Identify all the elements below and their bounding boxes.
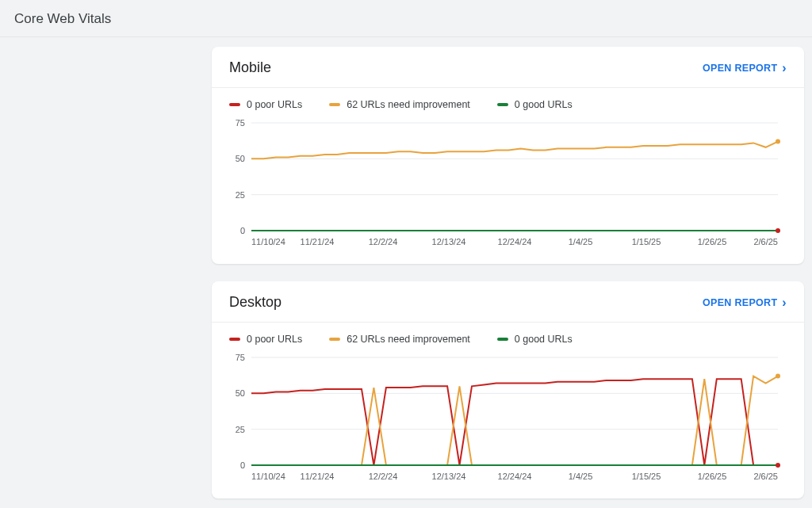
desktop-chart: 025507511/10/2411/21/2412/2/2412/13/2412… [212, 348, 804, 498]
legend-item-poor: 0 poor URLs [229, 334, 302, 345]
svg-text:12/24/24: 12/24/24 [498, 472, 532, 481]
mobile-legend: 0 poor URLs 62 URLs need improvement 0 g… [212, 88, 804, 113]
chevron-right-icon: › [782, 62, 787, 74]
svg-text:12/2/24: 12/2/24 [369, 237, 398, 246]
legend-swatch-poor [229, 338, 240, 341]
svg-point-8 [776, 228, 780, 233]
legend-label-good: 0 good URLs [515, 99, 573, 110]
legend-item-needs: 62 URLs need improvement [329, 334, 470, 345]
svg-text:12/13/24: 12/13/24 [432, 237, 466, 246]
legend-label-poor: 0 poor URLs [247, 99, 302, 110]
chevron-right-icon: › [782, 296, 787, 309]
svg-text:11/10/24: 11/10/24 [251, 237, 285, 246]
svg-text:12/2/24: 12/2/24 [369, 472, 398, 481]
svg-text:12/24/24: 12/24/24 [498, 237, 532, 246]
legend-item-needs: 62 URLs need improvement [329, 99, 470, 110]
legend-swatch-poor [229, 103, 240, 106]
legend-swatch-needs [329, 103, 340, 106]
legend-swatch-needs [329, 338, 340, 341]
legend-label-poor: 0 poor URLs [247, 334, 302, 345]
svg-text:1/4/25: 1/4/25 [569, 472, 593, 481]
legend-swatch-good [497, 103, 508, 106]
svg-text:11/21/24: 11/21/24 [301, 472, 335, 481]
svg-text:1/15/25: 1/15/25 [632, 472, 661, 481]
page-title: Core Web Vitals [0, 0, 812, 37]
svg-text:25: 25 [236, 190, 245, 200]
legend-label-good: 0 good URLs [515, 334, 573, 345]
svg-text:0: 0 [240, 226, 245, 235]
svg-text:75: 75 [236, 118, 245, 128]
svg-point-9 [776, 139, 780, 144]
svg-text:25: 25 [236, 425, 245, 434]
svg-text:12/13/24: 12/13/24 [432, 472, 466, 481]
desktop-card: Desktop OPEN REPORT › 0 poor URLs 62 URL… [212, 281, 804, 498]
legend-swatch-good [497, 338, 508, 341]
svg-text:11/10/24: 11/10/24 [251, 472, 285, 481]
svg-text:0: 0 [240, 460, 245, 470]
svg-text:2/6/25: 2/6/25 [753, 472, 778, 481]
desktop-card-title: Desktop [229, 294, 282, 311]
content-area: Mobile OPEN REPORT › 0 poor URLs 62 URLs… [0, 37, 812, 498]
svg-point-28 [776, 374, 780, 379]
open-report-label: OPEN REPORT [703, 63, 777, 74]
mobile-card: Mobile OPEN REPORT › 0 poor URLs 62 URLs… [212, 47, 804, 264]
legend-item-good: 0 good URLs [497, 99, 573, 110]
svg-text:1/4/25: 1/4/25 [569, 237, 593, 246]
svg-text:2/6/25: 2/6/25 [753, 237, 778, 246]
svg-text:75: 75 [236, 353, 245, 362]
legend-item-poor: 0 poor URLs [229, 99, 302, 110]
open-report-button[interactable]: OPEN REPORT › [703, 296, 787, 309]
svg-text:11/21/24: 11/21/24 [301, 237, 335, 246]
desktop-card-header: Desktop OPEN REPORT › [212, 281, 804, 323]
legend-label-needs: 62 URLs need improvement [347, 334, 470, 345]
open-report-label: OPEN REPORT [703, 297, 777, 308]
open-report-button[interactable]: OPEN REPORT › [703, 62, 787, 74]
svg-text:1/26/25: 1/26/25 [698, 237, 727, 246]
mobile-card-title: Mobile [229, 59, 271, 76]
svg-text:50: 50 [236, 154, 245, 163]
svg-point-27 [776, 463, 780, 468]
svg-text:1/26/25: 1/26/25 [698, 472, 727, 481]
legend-item-good: 0 good URLs [497, 334, 573, 345]
legend-label-needs: 62 URLs need improvement [347, 99, 470, 110]
svg-text:1/15/25: 1/15/25 [632, 237, 661, 246]
mobile-chart: 025507511/10/2411/21/2412/2/2412/13/2412… [212, 113, 804, 264]
mobile-card-header: Mobile OPEN REPORT › [212, 47, 804, 88]
desktop-legend: 0 poor URLs 62 URLs need improvement 0 g… [212, 323, 804, 348]
svg-text:50: 50 [236, 388, 245, 398]
